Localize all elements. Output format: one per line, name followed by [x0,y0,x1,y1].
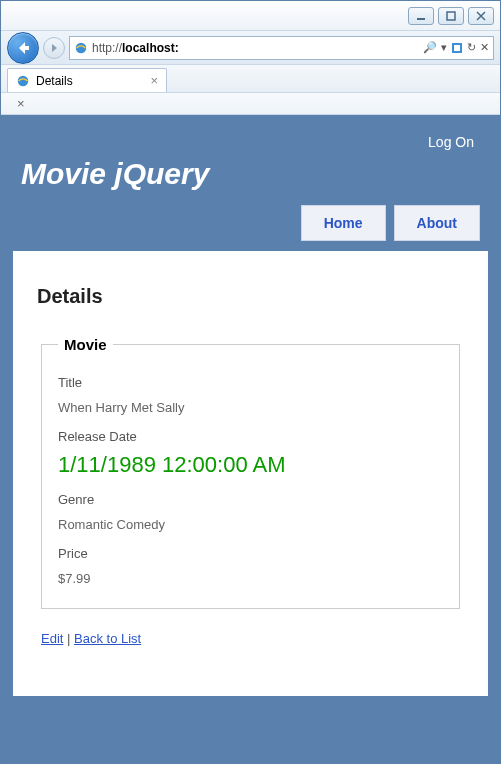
arrow-left-icon [15,40,31,56]
browser-window: http://localhost: 🔎 ▾ ↻ ✕ Details × × Lo… [0,0,501,764]
svg-rect-1 [447,12,455,20]
content-panel: Details Movie Title When Harry Met Sally… [13,251,488,696]
favorites-bar: × [1,93,500,115]
svg-rect-4 [454,45,460,51]
search-icon[interactable]: 🔎 [423,41,437,54]
back-link[interactable]: Back to List [74,631,141,646]
tab-title: Details [36,74,73,88]
label-title: Title [58,375,443,390]
window-titlebar [1,1,500,31]
nav-home[interactable]: Home [301,205,386,241]
logon-row: Log On [13,127,488,151]
label-genre: Genre [58,492,443,507]
tab-close-icon[interactable]: × [150,73,158,88]
fieldset-legend: Movie [58,336,113,353]
nav-about[interactable]: About [394,205,480,241]
close-icon[interactable]: × [17,96,25,111]
forward-button[interactable] [43,37,65,59]
value-title: When Harry Met Sally [58,400,443,415]
value-genre: Romantic Comedy [58,517,443,532]
refresh-icon[interactable]: ↻ [467,41,476,54]
details-heading: Details [37,285,464,308]
label-price: Price [58,546,443,561]
address-text: http://localhost: [92,41,419,55]
page-body: Log On Movie jQuery Home About Details M… [1,115,500,763]
logon-link[interactable]: Log On [428,134,474,150]
maximize-button[interactable] [438,7,464,25]
address-bar[interactable]: http://localhost: 🔎 ▾ ↻ ✕ [69,36,494,60]
close-window-button[interactable] [468,7,494,25]
ie-icon [16,74,30,88]
action-links: Edit | Back to List [37,631,464,646]
page-viewport[interactable]: Log On Movie jQuery Home About Details M… [1,115,500,763]
movie-fieldset: Movie Title When Harry Met Sally Release… [41,336,460,609]
ie-icon [74,41,88,55]
edit-link[interactable]: Edit [41,631,63,646]
value-price: $7.99 [58,571,443,586]
label-release: Release Date [58,429,443,444]
nav-tabs: Home About [13,205,488,241]
arrow-right-icon [49,43,59,53]
svg-rect-0 [417,18,425,20]
separator: | [63,631,74,646]
minimize-button[interactable] [408,7,434,25]
back-button[interactable] [7,32,39,64]
stop-icon[interactable]: ✕ [480,41,489,54]
browser-tab[interactable]: Details × [7,68,167,92]
value-release: 1/11/1989 12:00:00 AM [58,452,443,478]
address-controls: 🔎 ▾ ↻ ✕ [423,41,489,54]
site-title: Movie jQuery [13,151,488,205]
compat-icon[interactable] [451,42,463,54]
navigation-toolbar: http://localhost: 🔎 ▾ ↻ ✕ [1,31,500,65]
dropdown-icon[interactable]: ▾ [441,41,447,54]
tab-strip: Details × [1,65,500,93]
